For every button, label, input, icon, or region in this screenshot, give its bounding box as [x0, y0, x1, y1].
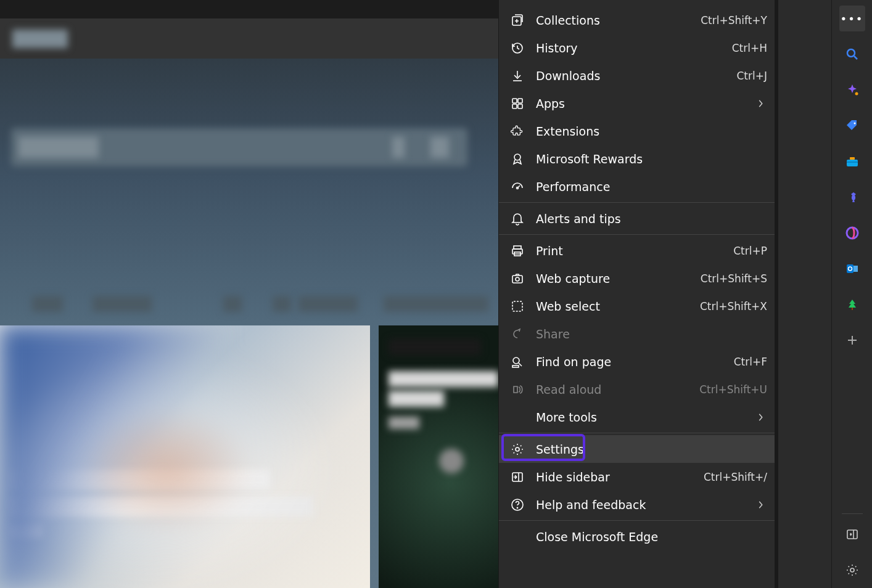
sidebar-games-button[interactable]	[839, 184, 865, 210]
address-bar-area	[0, 18, 498, 59]
blurred-content	[12, 30, 68, 48]
menu-separator	[499, 433, 778, 433]
menu-item-label: Share	[536, 327, 767, 341]
help-icon	[510, 497, 525, 512]
window-titlebar	[0, 0, 498, 18]
blurred-tab	[273, 296, 291, 312]
svg-point-21	[847, 49, 855, 57]
menu-item-label: Help and feedback	[536, 498, 745, 512]
settings-icon	[510, 442, 525, 457]
menu-item-label: Performance	[536, 180, 767, 194]
chevron-right-icon	[756, 412, 767, 423]
browser-main-menu: CollectionsCtrl+Shift+YHistoryCtrl+HDown…	[498, 0, 778, 588]
chevron-right-icon	[756, 98, 767, 109]
blurred-content	[392, 137, 405, 158]
svg-rect-27	[847, 264, 853, 273]
menu-item-label: Collections	[536, 14, 689, 27]
blurred-text	[11, 497, 313, 517]
menu-separator	[499, 202, 778, 203]
apps-icon	[510, 96, 525, 111]
svg-point-23	[853, 123, 855, 125]
menu-item-apps[interactable]: Apps	[499, 89, 778, 117]
blurred-text	[11, 470, 270, 489]
page-content-blurred	[0, 0, 498, 588]
menu-item-label: Print	[536, 244, 722, 258]
performance-icon	[510, 179, 525, 194]
select-icon	[510, 299, 525, 314]
sidebar-search-button[interactable]	[839, 41, 865, 67]
menu-separator	[499, 234, 778, 235]
tag-icon	[845, 118, 860, 133]
blurred-tab	[32, 296, 63, 312]
svg-point-22	[855, 92, 858, 96]
menu-item-extensions[interactable]: Extensions	[499, 117, 778, 145]
menu-item-history[interactable]: HistoryCtrl+H	[499, 34, 778, 62]
rewards-icon	[510, 152, 525, 166]
menu-item-shortcut: Ctrl+Shift+U	[699, 383, 767, 396]
sidebar-shopping-button[interactable]	[839, 113, 865, 139]
menu-item-label: Settings	[536, 443, 767, 456]
menu-separator	[499, 520, 778, 521]
menu-item-find-on-page[interactable]: Find on pageCtrl+F	[499, 348, 778, 375]
menu-item-label: Apps	[536, 97, 745, 110]
more-dots-icon: •••	[839, 6, 865, 31]
blurred-text	[389, 371, 498, 387]
menu-item-web-capture[interactable]: Web captureCtrl+Shift+S	[499, 264, 778, 292]
menu-item-print[interactable]: PrintCtrl+P	[499, 237, 778, 264]
sidebar-ai-button[interactable]	[839, 77, 865, 103]
blurred-content	[19, 137, 99, 158]
toolbox-icon	[845, 154, 860, 169]
menu-item-performance[interactable]: Performance	[499, 173, 778, 200]
menu-item-label: Microsoft Rewards	[536, 152, 767, 166]
sidebar-panel-toggle[interactable]	[839, 521, 865, 547]
sidebar-outlook-button[interactable]	[839, 256, 865, 282]
svg-rect-26	[847, 161, 858, 163]
content-card	[0, 325, 370, 588]
chess-icon	[845, 190, 860, 205]
sidebar-m365-button[interactable]	[839, 220, 865, 246]
menu-item-label: Web select	[536, 300, 689, 313]
menu-item-downloads[interactable]: DownloadsCtrl+J	[499, 62, 778, 89]
bell-icon	[510, 211, 525, 226]
tree-icon	[845, 297, 860, 312]
print-icon	[510, 243, 525, 258]
menu-item-share[interactable]: Share	[499, 320, 778, 348]
menu-item-label: History	[536, 41, 721, 55]
menu-item-alerts-and-tips[interactable]: Alerts and tips	[499, 205, 778, 232]
menu-item-hide-sidebar[interactable]: Hide sidebarCtrl+Shift+/	[499, 463, 778, 491]
sidebar-tree-button[interactable]	[839, 292, 865, 317]
more-menu-button[interactable]: •••	[839, 6, 865, 31]
menu-scrollbar[interactable]	[775, 0, 778, 588]
blurred-tab	[298, 296, 358, 312]
menu-item-microsoft-rewards[interactable]: Microsoft Rewards	[499, 145, 778, 173]
menu-item-label: Web capture	[536, 272, 689, 285]
sidebar-tools-button[interactable]	[839, 149, 865, 174]
sidebar-add-button[interactable]	[839, 327, 865, 353]
menu-item-shortcut: Ctrl+Shift+S	[701, 272, 767, 285]
sparkle-icon	[845, 83, 860, 97]
menu-item-shortcut: Ctrl+J	[736, 70, 767, 82]
sidebar-settings-button[interactable]	[839, 557, 865, 583]
svg-rect-25	[850, 157, 855, 160]
menu-item-more-tools[interactable]: More tools	[499, 403, 778, 431]
menu-item-web-select[interactable]: Web selectCtrl+Shift+X	[499, 292, 778, 320]
menu-item-settings[interactable]: Settings	[499, 435, 778, 463]
blank-icon	[510, 529, 525, 544]
browser-sidebar: •••	[831, 0, 872, 588]
menu-item-help-and-feedback[interactable]: Help and feedback	[499, 491, 778, 518]
menu-item-label: Alerts and tips	[536, 212, 767, 226]
sidebar-separator	[842, 513, 863, 514]
share-icon	[510, 327, 525, 341]
menu-item-label: Read aloud	[536, 383, 688, 396]
svg-rect-29	[853, 266, 858, 272]
menu-item-collections[interactable]: CollectionsCtrl+Shift+Y	[499, 6, 778, 34]
m365-icon	[845, 226, 860, 240]
gear-icon	[845, 563, 860, 578]
menu-item-label: Hide sidebar	[536, 470, 693, 484]
capture-icon	[510, 271, 525, 286]
svg-rect-30	[852, 308, 853, 310]
blurred-content	[430, 137, 449, 158]
menu-item-read-aloud[interactable]: Read aloudCtrl+Shift+U	[499, 375, 778, 403]
menu-item-close-microsoft-edge[interactable]: Close Microsoft Edge	[499, 523, 778, 550]
search-icon	[845, 47, 860, 62]
